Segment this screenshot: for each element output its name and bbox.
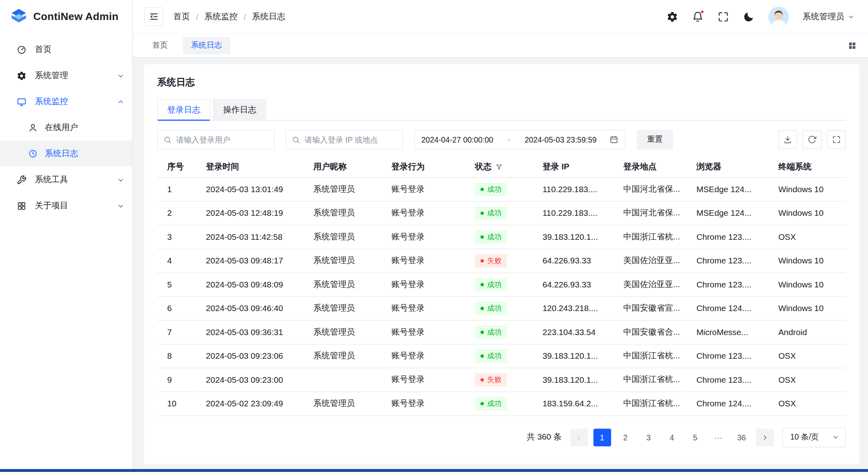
cell-location: 中国安徽省合... [613, 320, 687, 344]
cell-nickname: 系统管理员 [303, 273, 381, 296]
sidebar-item-system-tools[interactable]: 系统工具 [0, 167, 132, 193]
status-badge: 成功 [475, 301, 507, 315]
system-log-card: 系统日志 登录日志 操作日志 2024-04-27 00:00: [144, 64, 859, 464]
cell-no: 9 [157, 368, 196, 392]
cell-login-time: 2024-05-03 13:01:49 [196, 177, 303, 201]
cell-login-time: 2024-05-03 09:48:17 [196, 249, 303, 272]
chevron-down-icon [848, 13, 855, 20]
cell-behavior: 账号登录 [381, 249, 465, 272]
calendar-icon [609, 135, 618, 144]
breadcrumb-item[interactable]: 系统日志 [252, 11, 285, 22]
cell-login-time: 2024-05-02 23:09:49 [196, 392, 303, 415]
pagination-page-36[interactable]: 36 [733, 428, 750, 446]
sidebar-item-system-management[interactable]: 系统管理 [0, 62, 132, 88]
status-dot-icon [481, 354, 484, 358]
tab-operation-log[interactable]: 操作日志 [213, 99, 267, 121]
cell-location: 中国浙江省杭... [613, 368, 687, 392]
cell-location: 中国安徽省宣... [613, 296, 687, 320]
cell-status: 失败 [465, 368, 533, 392]
cell-nickname [303, 368, 381, 392]
fullscreen-icon[interactable] [718, 11, 729, 22]
monitor-icon [16, 96, 26, 106]
date-range-picker[interactable]: 2024-04-27 00:00:00 - 2024-05-03 23:59:5… [414, 130, 625, 150]
sidebar-item-about-project[interactable]: 关于项目 [0, 193, 132, 219]
pagination-prev-button[interactable] [570, 428, 587, 446]
cell-location: 中国浙江省杭... [613, 225, 687, 249]
cell-os: Windows 10 [768, 249, 846, 272]
breadcrumb-item[interactable]: 系统监控 [204, 11, 238, 22]
sidebar-item-home[interactable]: 首页 [0, 36, 132, 62]
wrench-icon [16, 175, 26, 185]
avatar[interactable] [768, 6, 789, 27]
cell-browser: Chrome 123.... [686, 249, 768, 272]
cell-nickname: 系统管理员 [303, 249, 381, 272]
cell-location: 中国河北省保... [613, 177, 687, 201]
table-row: 5 2024-05-03 09:48:09 系统管理员 账号登录 成功 64.2… [157, 273, 846, 296]
pagination-page-1[interactable]: 1 [593, 428, 611, 446]
cell-status: 成功 [465, 296, 533, 320]
date-end-value: 2024-05-03 23:59:59 [525, 135, 597, 144]
pagination-page-4[interactable]: 4 [663, 428, 681, 446]
sidebar-item-online-users[interactable]: 在线用户 [0, 114, 132, 141]
breadcrumb-item[interactable]: 首页 [173, 11, 190, 22]
export-download-button[interactable] [778, 130, 797, 149]
reset-button[interactable]: 重置 [637, 130, 673, 150]
cell-no: 7 [157, 320, 196, 344]
cell-behavior: 账号登录 [381, 368, 465, 392]
chevron-down-icon [117, 202, 124, 209]
app-logo[interactable]: ContiNew Admin [0, 0, 132, 33]
pagination-page-5[interactable]: 5 [686, 428, 704, 446]
dark-mode-moon-icon[interactable] [743, 11, 754, 22]
pagination-ellipsis[interactable]: ··· [710, 428, 727, 446]
refresh-button[interactable] [803, 130, 822, 149]
sidebar-item-system-logs[interactable]: 系统日志 [0, 141, 132, 167]
login-ip-search[interactable] [286, 130, 403, 150]
sidebar-collapse-button[interactable] [144, 7, 163, 26]
topbar-actions: 系统管理员 [666, 6, 854, 27]
settings-gear-icon[interactable] [666, 11, 678, 22]
cell-ip: 39.183.120.1... [533, 344, 613, 368]
refresh-icon [808, 135, 816, 144]
column-header-status: 状态 [465, 157, 533, 177]
cell-browser: Chrome 124.... [686, 392, 768, 415]
status-dot-icon [481, 235, 484, 238]
cell-os: Windows 10 [768, 273, 846, 296]
pagination-page-3[interactable]: 3 [640, 428, 658, 446]
page-tab-home[interactable]: 首页 [144, 37, 176, 54]
pagination-next-button[interactable] [756, 428, 774, 446]
cell-behavior: 账号登录 [381, 273, 465, 296]
table-row: 9 2024-05-03 09:23:00 账号登录 失败 39.183.120… [157, 368, 846, 392]
cell-location: 美国佐治亚亚... [613, 273, 687, 296]
page-size-value: 10 条/页 [790, 432, 819, 442]
sidebar-item-system-monitor[interactable]: 系统监控 [0, 88, 132, 114]
table-body: 1 2024-05-03 13:01:49 系统管理员 账号登录 成功 110.… [157, 177, 846, 416]
user-menu[interactable]: 系统管理员 [803, 11, 855, 22]
cell-status: 成功 [465, 225, 533, 249]
sidebar-item-label: 系统管理 [35, 70, 68, 81]
filter-funnel-icon[interactable] [495, 163, 503, 171]
page-tab-system-logs[interactable]: 系统日志 [182, 37, 230, 54]
notifications-bell-icon[interactable] [692, 11, 704, 22]
page-size-select[interactable]: 10 条/页 [782, 427, 846, 447]
apps-grid-icon [16, 201, 26, 211]
pagination-page-2[interactable]: 2 [616, 428, 634, 446]
app-title: ContiNew Admin [33, 10, 118, 22]
status-badge: 成功 [475, 230, 507, 243]
download-icon [783, 135, 792, 144]
cell-browser: Chrome 123.... [686, 368, 768, 392]
sidebar-item-label: 在线用户 [45, 123, 78, 133]
tab-login-log[interactable]: 登录日志 [157, 99, 210, 121]
login-user-input[interactable] [176, 135, 269, 144]
login-ip-input[interactable] [305, 135, 397, 144]
cell-status: 成功 [465, 320, 533, 344]
table-fullscreen-button[interactable] [827, 130, 846, 149]
login-user-search[interactable] [157, 130, 275, 150]
table-row: 4 2024-05-03 09:48:17 系统管理员 账号登录 失败 64.2… [157, 249, 846, 272]
page-title: 系统日志 [157, 76, 846, 89]
cell-status: 成功 [465, 392, 533, 415]
tab-actions-grid-icon[interactable] [848, 41, 857, 50]
chevron-up-icon [117, 98, 124, 105]
cell-os: Windows 10 [768, 296, 846, 320]
cell-no: 3 [157, 225, 196, 249]
table-row: 3 2024-05-03 11:42:58 系统管理员 账号登录 成功 39.1… [157, 225, 846, 249]
